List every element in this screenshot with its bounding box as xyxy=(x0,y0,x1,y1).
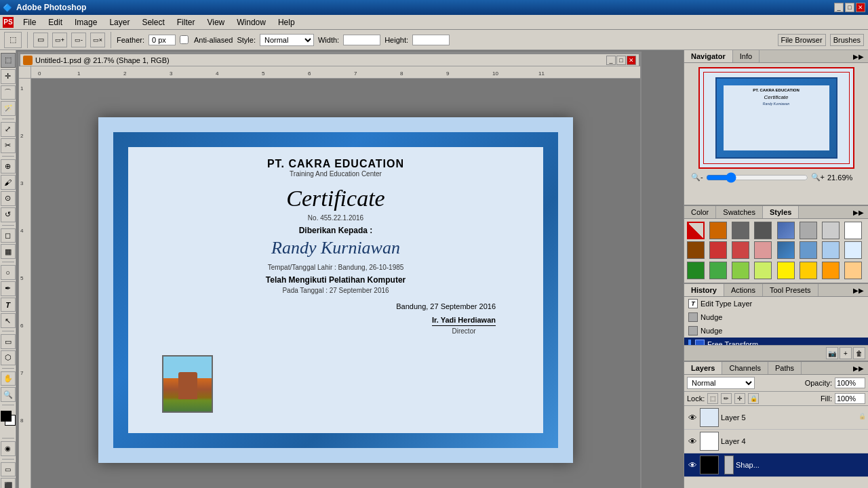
style-swatch[interactable] xyxy=(800,262,817,279)
tab-layers[interactable]: Layers xyxy=(684,362,722,374)
type-tool[interactable]: T xyxy=(1,298,16,312)
shape-tool[interactable]: ▭ xyxy=(1,334,16,349)
style-swatch[interactable] xyxy=(822,222,840,239)
tab-channels[interactable]: Channels xyxy=(722,362,768,374)
slice-tool[interactable]: ✂ xyxy=(1,138,16,153)
fill-input[interactable] xyxy=(835,393,865,404)
lock-all-btn[interactable]: 🔒 xyxy=(748,393,759,404)
width-input[interactable] xyxy=(343,35,380,45)
doc-minimize[interactable]: _ xyxy=(606,56,616,65)
zoom-slider[interactable] xyxy=(706,175,808,180)
layer-item-4[interactable]: 👁 Layer 4 xyxy=(684,430,868,453)
rect-marquee-btn[interactable]: ▭ xyxy=(33,33,48,47)
style-swatch[interactable] xyxy=(732,262,749,279)
zoom-in-icon[interactable]: 🔍+ xyxy=(811,173,825,182)
layer-shape-visibility[interactable]: 👁 xyxy=(687,460,698,470)
height-input[interactable] xyxy=(412,35,450,45)
quick-mask-btn[interactable]: ◉ xyxy=(1,441,16,456)
marquee-tool[interactable]: ⬚ xyxy=(1,53,16,68)
screen-mode2-btn[interactable]: ⬛ xyxy=(1,478,16,488)
tab-styles[interactable]: Styles xyxy=(763,206,799,218)
opacity-input[interactable] xyxy=(835,378,865,388)
style-swatch[interactable] xyxy=(732,222,749,239)
history-item[interactable]: Nudge xyxy=(684,310,868,324)
brushes-btn[interactable]: Brushes xyxy=(830,34,864,46)
hand-tool[interactable]: ✋ xyxy=(1,371,16,386)
history-delete-btn[interactable]: 🗑 xyxy=(853,347,865,359)
intersect-btn[interactable]: ▭× xyxy=(90,33,105,47)
path-select-tool[interactable]: ↖ xyxy=(1,313,16,328)
style-swatch[interactable] xyxy=(754,241,772,259)
menu-filter[interactable]: Filter xyxy=(172,16,201,28)
style-swatch[interactable] xyxy=(844,222,862,239)
styles-options-btn[interactable]: ▶▶ xyxy=(849,207,868,218)
style-swatch[interactable] xyxy=(777,262,795,279)
feather-input[interactable] xyxy=(149,35,176,45)
menu-view[interactable]: View xyxy=(201,16,230,28)
close-button[interactable]: ✕ xyxy=(856,3,865,12)
minimize-button[interactable]: _ xyxy=(834,3,844,12)
menu-layer[interactable]: Layer xyxy=(104,16,135,28)
tab-history[interactable]: History xyxy=(684,284,724,296)
tab-paths[interactable]: Paths xyxy=(768,362,802,374)
doc-maximize[interactable]: □ xyxy=(616,56,626,65)
history-options-btn[interactable]: ▶▶ xyxy=(849,285,868,296)
lock-position-btn[interactable]: ✛ xyxy=(734,393,745,404)
history-item-active[interactable]: Free Transform xyxy=(684,338,868,345)
history-brush-tool[interactable]: ↺ xyxy=(1,207,16,222)
history-snapshot-btn[interactable]: 📷 xyxy=(826,347,838,359)
layers-blend-select[interactable]: Normal xyxy=(687,377,755,389)
style-swatch[interactable] xyxy=(844,262,862,279)
eraser-tool[interactable]: ◻ xyxy=(1,228,16,243)
style-swatch[interactable] xyxy=(822,262,840,279)
style-swatch[interactable] xyxy=(754,222,772,239)
layer-item-shape[interactable]: 👁 Shap... xyxy=(684,453,868,477)
gradient-tool[interactable]: ▦ xyxy=(1,244,16,259)
add-btn[interactable]: ▭+ xyxy=(52,33,67,47)
history-item[interactable]: T Edit Type Layer xyxy=(684,297,868,310)
file-browser-btn[interactable]: File Browser xyxy=(778,34,826,46)
menu-edit[interactable]: Edit xyxy=(43,16,68,28)
magic-wand-tool[interactable]: 🪄 xyxy=(1,101,16,116)
brush-tool[interactable]: 🖌 xyxy=(1,175,16,190)
menu-image[interactable]: Image xyxy=(69,16,102,28)
style-swatch[interactable] xyxy=(754,262,772,279)
style-swatch[interactable] xyxy=(777,241,795,259)
zoom-out-icon[interactable]: 🔍- xyxy=(691,173,703,182)
layers-options-btn[interactable]: ▶▶ xyxy=(849,363,868,373)
layer-5-visibility[interactable]: 👁 xyxy=(687,412,698,423)
history-new-btn[interactable]: + xyxy=(840,347,852,359)
dodge-tool[interactable]: ○ xyxy=(1,265,16,280)
foreground-color[interactable] xyxy=(1,411,12,422)
move-tool[interactable]: ✛ xyxy=(1,69,16,84)
stamp-tool[interactable]: ⊙ xyxy=(1,191,16,206)
style-swatch[interactable] xyxy=(800,222,817,239)
lock-transparent-btn[interactable]: ⬚ xyxy=(707,393,718,404)
navigator-options-btn[interactable]: ▶▶ xyxy=(849,52,868,62)
style-swatch[interactable] xyxy=(800,241,817,259)
menu-window[interactable]: Window xyxy=(231,16,271,28)
marquee-tool-btn[interactable]: ⬚ xyxy=(4,32,22,48)
doc-close[interactable]: ✕ xyxy=(627,56,636,65)
style-swatch[interactable] xyxy=(709,262,727,279)
menu-help[interactable]: Help xyxy=(273,16,300,28)
layer-item-5[interactable]: 👁 Layer 5 🔒 xyxy=(684,406,868,430)
style-swatch[interactable] xyxy=(687,222,705,239)
tab-color[interactable]: Color xyxy=(684,206,716,218)
tab-info[interactable]: Info xyxy=(733,50,760,62)
tab-navigator[interactable]: Navigator xyxy=(684,50,733,62)
style-swatch[interactable] xyxy=(709,241,727,259)
3d-tool[interactable]: ⬡ xyxy=(1,350,16,365)
anti-alias-checkbox[interactable] xyxy=(180,35,189,44)
screen-mode-btn[interactable]: ▭ xyxy=(1,462,16,477)
style-swatch[interactable] xyxy=(822,241,840,259)
crop-tool[interactable]: ⤢ xyxy=(1,122,16,137)
lock-image-btn[interactable]: ✏ xyxy=(721,393,732,404)
style-swatch[interactable] xyxy=(777,222,795,239)
sub-btn[interactable]: ▭- xyxy=(71,33,86,47)
style-swatch[interactable] xyxy=(732,241,749,259)
style-swatch[interactable] xyxy=(687,262,705,279)
history-item[interactable]: Nudge xyxy=(684,324,868,338)
pen-tool[interactable]: ✒ xyxy=(1,281,16,296)
tab-tool-presets[interactable]: Tool Presets xyxy=(763,284,818,296)
